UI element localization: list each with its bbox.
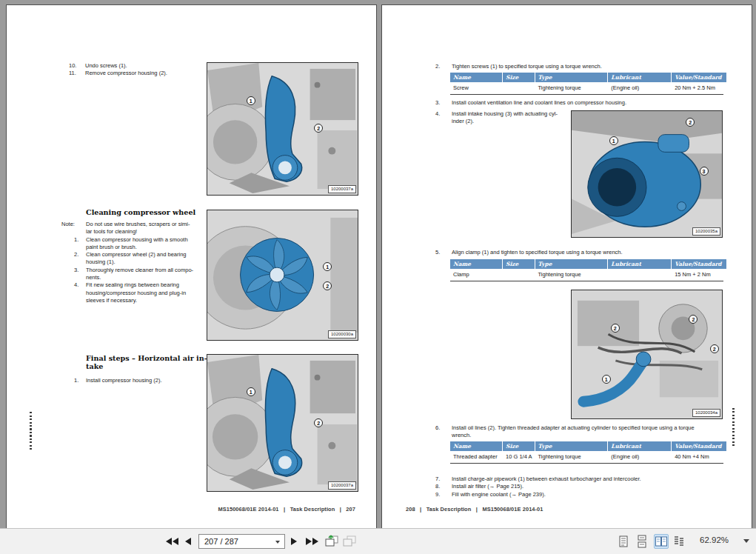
figure-compressor-wheel: 1 2 10200030a (207, 210, 358, 341)
cleaning-steps: Note: Do not use wire brushes, scrapers … (61, 221, 207, 304)
page-number-combobox[interactable]: 207 / 287 (198, 534, 285, 549)
list-item: 1. Install compressor housing (2). (61, 377, 207, 384)
column-header: Name (450, 441, 502, 451)
previous-view-icon (324, 535, 339, 548)
step-number: 2. (435, 63, 452, 70)
column-header: Type (535, 259, 608, 269)
table-header-row: Name Size Type Lubricant Value/Standard (450, 259, 723, 269)
step-text: Align clamp (1) and tighten to specified… (452, 249, 623, 256)
callout-marker: 2 (611, 324, 620, 333)
list-item: 7. Install charge-air pipework (1) betwe… (435, 475, 727, 483)
margin-print-id (30, 412, 32, 452)
step-text: Tighten screws (1) to specified torque u… (452, 63, 602, 70)
step-number: 2. (61, 251, 86, 258)
table-cell: 15 Nm + 2 Nm (672, 269, 726, 281)
note-label: Note: (61, 221, 86, 228)
engine-illustration (207, 63, 358, 195)
column-header: Value/Standard (672, 441, 726, 451)
list-item: 4. Fit new sealing rings between bearing… (61, 281, 207, 304)
list-item: 2. Tighten screws (1) to specified torqu… (435, 63, 726, 70)
next-page-button[interactable] (291, 535, 297, 548)
step-text: Install intake housing (3) with actuatin… (452, 110, 558, 126)
two-page-continuous-view-icon (672, 535, 686, 548)
callout-marker: 2 (314, 124, 323, 133)
figure-compressor-housing-install: 1 2 10200037a (207, 354, 358, 492)
next-page-icon (291, 538, 297, 545)
column-header: Name (450, 259, 502, 269)
step-text: Install charge-air pipework (1) between … (452, 475, 641, 483)
engine-illustration (207, 210, 358, 340)
single-page-view-icon (617, 535, 630, 548)
table-cell: (Engine oil) (608, 82, 671, 94)
last-page-icon (306, 538, 312, 545)
table-cell: Clamp (450, 269, 502, 281)
previous-page-button[interactable] (185, 535, 191, 548)
step-number: 6. (435, 424, 452, 432)
step-text: Clean compressor housing with a smooth p… (86, 236, 188, 252)
step-text: Clean compressor wheel (2) and bearing h… (86, 251, 187, 267)
callout-marker: 2 (710, 344, 719, 353)
engine-illustration (572, 111, 722, 237)
engine-illustration (572, 290, 722, 418)
next-view-icon (342, 535, 357, 548)
next-view-button[interactable] (342, 535, 357, 548)
column-header: Name (450, 73, 502, 82)
column-header: Lubricant (608, 441, 671, 451)
page-number-value: 207 / 287 (204, 537, 238, 546)
document-page-right: 2. Tighten screws (1) to specified torqu… (381, 4, 752, 529)
section-heading: Final steps – Horizontal air in- take (86, 354, 208, 370)
document-page-left: 10. Undo screws (1). 11. Remove compress… (6, 4, 377, 529)
callout-marker: 1 (247, 387, 255, 396)
table-cell: (Engine oil) (608, 451, 671, 463)
final-steps-list: 1. Install compressor housing (2). (61, 377, 207, 384)
column-header: Size (503, 441, 534, 451)
step-text: Thoroughly remove cleaner from all compo… (86, 267, 193, 282)
note-text: Do not use wire brushes, scrapers or sim… (86, 221, 190, 236)
last-page-button[interactable] (306, 535, 318, 548)
table-cell: Tightening torque (535, 269, 608, 281)
step-text: Fill with engine coolant (→ Page 239). (452, 491, 546, 498)
zoom-level-value[interactable]: 62.92% (700, 535, 729, 544)
table-cell: 10 G 1/4 A (503, 451, 534, 463)
list-item: 3. Install coolant ventilation line and … (435, 99, 726, 107)
list-item: 3. Thoroughly remove cleaner from all co… (61, 267, 207, 282)
previous-view-button[interactable] (324, 535, 339, 548)
zoom-dropdown-icon[interactable] (743, 539, 749, 543)
torque-table-clamp: Name Size Type Lubricant Value/Standard … (450, 259, 723, 281)
column-header: Size (503, 73, 534, 82)
table-cell (608, 269, 671, 281)
two-page-view-button[interactable] (654, 534, 669, 549)
step-number: 4. (61, 281, 86, 289)
continuous-view-button[interactable] (635, 535, 649, 548)
list-item: 4. Install intake housing (3) with actua… (435, 110, 569, 126)
list-item: 6. Install oil lines (2). Tighten thread… (435, 424, 727, 440)
single-page-view-button[interactable] (617, 535, 630, 548)
viewer-toolbar: 207 / 287 (0, 528, 756, 554)
two-page-continuous-view-button[interactable] (672, 535, 686, 548)
step-number: 10. (69, 62, 85, 70)
step-number: 3. (61, 267, 86, 274)
first-page-button[interactable] (166, 535, 178, 548)
table-cell: 20 Nm + 2.5 Nm (672, 82, 726, 94)
callout-marker: 1 (247, 96, 255, 105)
column-header: Type (535, 73, 608, 82)
chevron-down-icon (275, 541, 280, 544)
list-item: 9. Fill with engine coolant (→ Page 239)… (435, 491, 727, 498)
step-text: Install oil lines (2). Tighten threaded … (452, 424, 695, 440)
column-header: Value/Standard (672, 73, 726, 82)
step-number: 4. (435, 110, 452, 118)
table-row: Threaded adapter 10 G 1/4 A Tightening t… (450, 451, 723, 463)
list-item: 1. Clean compressor housing with a smoot… (61, 236, 207, 252)
table-cell: 40 Nm +4 Nm (672, 451, 726, 463)
step-number: 8. (435, 483, 452, 490)
figure-id-label: 10200030a (328, 330, 356, 338)
step-text: Fit new sealing rings between bearing ho… (86, 281, 186, 304)
table-row: Screw Tightening torque (Engine oil) 20 … (450, 82, 723, 94)
closing-steps: 7. Install charge-air pipework (1) betwe… (435, 475, 727, 498)
figure-intake-housing: 1 2 3 10200035a (571, 110, 723, 238)
engine-illustration (207, 355, 358, 491)
step-number: 1. (61, 236, 86, 244)
previous-page-icon (185, 538, 191, 545)
figure-id-label: 10200035a (692, 227, 720, 236)
section-heading: Cleaning compressor wheel (86, 208, 195, 216)
